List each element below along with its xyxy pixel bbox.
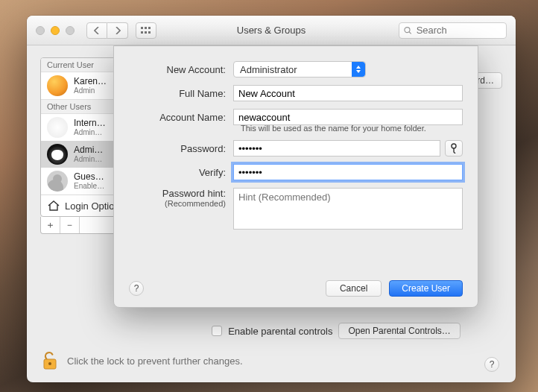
full-name-input[interactable] <box>233 85 463 101</box>
label-new-account: New Account: <box>129 64 233 75</box>
user-name: Gues… <box>74 172 104 182</box>
avatar <box>47 75 68 96</box>
parental-controls-checkbox[interactable] <box>212 326 222 336</box>
avatar <box>47 117 68 138</box>
svg-rect-4 <box>145 31 147 34</box>
chevron-up-down-icon <box>352 62 365 77</box>
label-full-name: Full Name: <box>129 88 233 99</box>
label-password-hint: Password hint: (Recommended) <box>129 188 233 208</box>
password-input[interactable] <box>233 140 440 157</box>
svg-rect-3 <box>141 31 143 34</box>
parental-controls-row: Enable parental controls Open Parental C… <box>170 323 502 339</box>
forward-button[interactable] <box>107 22 128 39</box>
lock-text: Click the lock to prevent further change… <box>67 355 243 367</box>
verify-password-input[interactable] <box>233 164 463 180</box>
account-name-input[interactable] <box>233 109 463 125</box>
account-type-select[interactable]: Administrator <box>233 61 366 78</box>
password-assistant-button[interactable] <box>445 140 463 157</box>
parental-controls-label: Enable parental controls <box>228 326 332 337</box>
titlebar: Users & Groups <box>27 16 516 45</box>
label-account-name: Account Name: <box>129 112 233 123</box>
window-controls <box>36 26 75 35</box>
avatar <box>47 171 68 192</box>
svg-point-9 <box>48 362 51 365</box>
zoom-window-icon[interactable] <box>66 26 75 35</box>
prefs-window: Users & Groups Current User Karen… Admin… <box>27 16 516 382</box>
open-parental-controls-button[interactable]: Open Parental Controls… <box>338 323 460 339</box>
cancel-button[interactable]: Cancel <box>326 280 382 297</box>
show-all-button[interactable] <box>136 22 156 39</box>
search-field[interactable] <box>399 22 507 39</box>
new-account-sheet: New Account: Administrator Full Name: Ac… <box>113 45 478 308</box>
user-name: Admi… <box>74 145 103 155</box>
user-name: Karen… <box>74 77 107 86</box>
close-window-icon[interactable] <box>36 26 45 35</box>
user-name: Intern… <box>74 118 106 128</box>
svg-point-10 <box>452 144 456 148</box>
house-icon <box>47 200 60 212</box>
minimize-window-icon[interactable] <box>51 26 60 35</box>
search-input[interactable] <box>415 24 501 37</box>
add-user-button[interactable]: ＋ <box>41 217 60 233</box>
svg-rect-5 <box>148 31 151 34</box>
user-role: Admin… <box>74 128 106 136</box>
password-hint-input[interactable] <box>233 188 463 230</box>
key-icon <box>449 143 458 154</box>
svg-rect-2 <box>148 27 151 29</box>
user-role: Admin <box>74 86 107 95</box>
sheet-help-button[interactable]: ? <box>129 281 144 296</box>
svg-rect-1 <box>145 27 147 29</box>
svg-point-6 <box>405 27 410 32</box>
back-button[interactable] <box>86 22 107 39</box>
account-type-value: Administrator <box>240 64 297 75</box>
label-verify: Verify: <box>129 167 233 178</box>
avatar <box>47 144 68 165</box>
search-icon <box>404 26 412 35</box>
label-password: Password: <box>129 143 233 154</box>
lock-bar: Click the lock to prevent further change… <box>27 345 516 382</box>
nav-back-forward <box>86 22 128 39</box>
user-role: Enable… <box>74 182 104 190</box>
svg-line-7 <box>409 31 411 34</box>
remove-user-button[interactable]: － <box>60 217 80 233</box>
svg-rect-0 <box>141 27 143 29</box>
create-user-button[interactable]: Create User <box>389 280 463 297</box>
help-button[interactable]: ? <box>484 357 499 372</box>
lock-icon[interactable] <box>42 351 58 370</box>
user-role: Admin… <box>74 155 103 163</box>
